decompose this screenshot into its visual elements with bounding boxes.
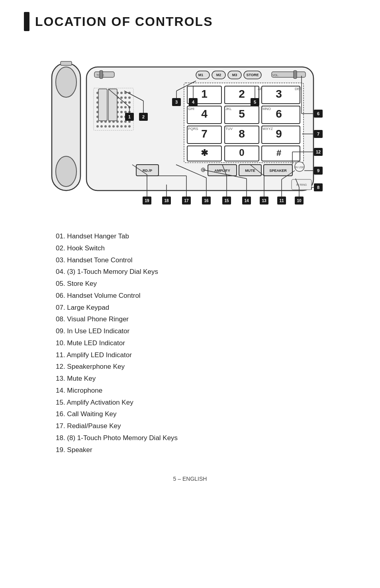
list-item: 12. Speakerphone Key	[56, 361, 356, 373]
svg-point-84	[104, 125, 107, 128]
list-item: 16. Call Waiting Key	[56, 408, 356, 420]
svg-text:1: 1	[201, 88, 208, 100]
svg-text:7: 7	[317, 132, 319, 136]
list-item: 10. Mute LED Indicator	[56, 337, 356, 349]
svg-text:MUTE: MUTE	[245, 169, 255, 173]
svg-text:14: 14	[244, 199, 249, 203]
svg-point-53	[124, 106, 127, 108]
header-bar-decoration	[24, 12, 29, 31]
svg-text:4: 4	[201, 108, 208, 120]
list-item: 03. Handset Tone Control	[56, 254, 356, 266]
svg-text:AMPLIFY: AMPLIFY	[214, 169, 230, 173]
svg-text:✱: ✱	[201, 148, 208, 158]
controls-list: 01. Handset Hanger Tab 02. Hook Switch 0…	[24, 230, 356, 456]
list-item: 04. (3) 1-Touch Memory Dial Keys	[56, 266, 356, 278]
list-item: 13. Mute Key	[56, 373, 356, 385]
svg-text:0: 0	[239, 147, 244, 158]
svg-point-2	[56, 156, 76, 187]
svg-text:VOL.: VOL.	[272, 74, 279, 77]
list-item: 06. Handset Volume Control	[56, 290, 356, 302]
page-container: LOCATION OF CONTROLS TONE VOL.	[0, 0, 380, 588]
list-item: 05. Store Key	[56, 278, 356, 290]
svg-text:RD./P: RD./P	[143, 169, 152, 173]
list-item: 08. Visual Phone Ringer	[56, 313, 356, 325]
svg-text:3: 3	[175, 100, 178, 104]
svg-text:JKL: JKL	[225, 107, 232, 111]
phone-diagram: TONE VOL. M1 M2 M3 STORE	[41, 43, 339, 214]
svg-text:10: 10	[297, 199, 302, 203]
svg-point-52	[120, 106, 123, 108]
list-item-15: 15. Amplify Activation Key	[56, 397, 356, 409]
svg-point-73	[96, 120, 99, 123]
svg-text:11: 11	[279, 199, 284, 203]
footer-text: 5 – ENGLISH	[173, 476, 207, 482]
svg-text:3: 3	[276, 88, 282, 100]
svg-point-89	[124, 125, 127, 128]
svg-text:6: 6	[276, 108, 282, 120]
svg-text:M1: M1	[198, 73, 204, 77]
svg-rect-10	[294, 71, 297, 79]
svg-text:SPEAKER: SPEAKER	[269, 169, 287, 173]
svg-text:DEF: DEF	[295, 87, 302, 91]
svg-text:TUV: TUV	[225, 127, 233, 131]
svg-point-43	[120, 101, 123, 104]
svg-text:4: 4	[192, 100, 195, 104]
list-item: 17. Redial/Pause Key	[56, 420, 356, 432]
svg-point-25	[120, 92, 123, 94]
svg-text:19: 19	[145, 199, 149, 203]
svg-text:2: 2	[239, 88, 245, 100]
svg-text:8: 8	[317, 185, 319, 190]
list-item: 18. (8) 1-Touch Photo Memory Dial Keys	[56, 432, 356, 444]
svg-point-34	[120, 96, 123, 99]
svg-point-79	[120, 120, 123, 123]
svg-text:PQRS: PQRS	[188, 127, 198, 131]
svg-point-82	[96, 125, 99, 128]
svg-rect-3	[61, 61, 72, 65]
page-title: LOCATION OF CONTROLS	[35, 14, 213, 29]
list-item: 11. Amplify LED Indicator	[56, 349, 356, 361]
svg-text:5: 5	[239, 108, 245, 120]
svg-text:IN USE: IN USE	[295, 166, 304, 169]
svg-text:7: 7	[201, 128, 208, 140]
svg-point-85	[108, 125, 111, 128]
svg-text:M3: M3	[232, 73, 237, 77]
svg-text:17: 17	[184, 199, 189, 203]
svg-rect-7	[100, 71, 103, 79]
svg-text:8: 8	[239, 128, 245, 140]
svg-point-1	[56, 67, 76, 97]
svg-rect-93	[108, 89, 117, 121]
svg-point-90	[128, 125, 131, 128]
svg-text:12: 12	[316, 149, 321, 154]
svg-text:2: 2	[142, 114, 145, 119]
svg-point-88	[120, 125, 123, 128]
svg-text:13: 13	[262, 199, 266, 203]
svg-text:9: 9	[317, 168, 319, 173]
svg-text:STORE: STORE	[247, 73, 259, 77]
diagram-section: TONE VOL. M1 M2 M3 STORE	[24, 43, 356, 214]
list-item: 19. Speaker	[56, 444, 356, 456]
page-footer: 5 – ENGLISH	[24, 476, 356, 482]
svg-text:6: 6	[317, 111, 319, 116]
svg-text:1: 1	[128, 114, 131, 119]
list-item: 02. Hook Switch	[56, 242, 356, 254]
svg-text:18: 18	[164, 199, 169, 203]
svg-text:GHI: GHI	[188, 107, 194, 111]
svg-point-87	[116, 125, 119, 128]
svg-text:#: #	[276, 148, 281, 158]
svg-point-35	[124, 96, 127, 99]
svg-point-45	[128, 101, 131, 104]
svg-text:9: 9	[276, 128, 282, 140]
page-header: LOCATION OF CONTROLS	[24, 12, 356, 31]
svg-point-86	[112, 125, 115, 128]
svg-text:WXYZ: WXYZ	[262, 127, 273, 131]
svg-point-70	[120, 116, 123, 118]
svg-text:MNO: MNO	[262, 107, 271, 111]
svg-point-36	[128, 96, 131, 99]
handset-drawing	[52, 61, 80, 191]
list-item: 01. Handset Hanger Tab	[56, 230, 356, 242]
svg-point-83	[100, 125, 103, 128]
svg-point-61	[120, 111, 123, 113]
list-item: 14. Microphone	[56, 385, 356, 397]
svg-text:5: 5	[254, 100, 256, 104]
list-item: 07. Large Keypad	[56, 302, 356, 314]
